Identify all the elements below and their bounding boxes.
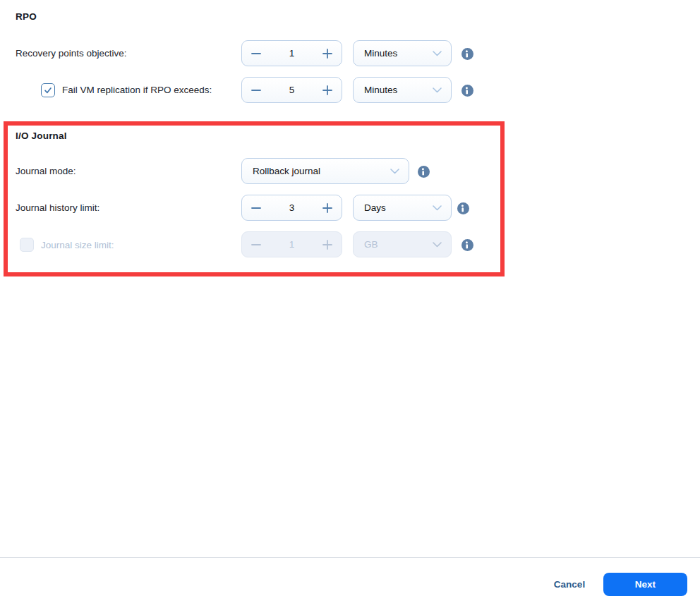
chevron-down-icon [433,205,442,211]
chevron-down-icon [433,51,442,56]
decrement-button[interactable] [242,41,270,66]
plus-icon [322,202,333,214]
journal-size-value: 1 [270,239,313,250]
increment-button[interactable] [313,195,342,220]
journal-history-stepper: 3 [241,195,342,221]
minus-icon [251,239,262,250]
journal-mode-value: Rollback journal [253,166,320,176]
plus-icon [322,48,333,59]
minus-icon [251,85,262,96]
io-journal-section-title: I/O Journal [16,130,67,141]
fail-rpo-value[interactable]: 5 [270,85,313,95]
minus-icon [251,202,262,214]
journal-history-unit-dropdown[interactable]: Days [353,195,452,221]
footer-divider [0,557,700,558]
decrement-button[interactable] [242,78,270,102]
fail-rpo-unit-dropdown[interactable]: Minutes [353,77,452,103]
journal-mode-label: Journal mode: [16,164,76,178]
next-button[interactable]: Next [603,573,687,596]
recovery-points-value[interactable]: 1 [270,48,313,59]
cancel-button[interactable]: Cancel [548,578,591,591]
chevron-down-icon [390,169,399,174]
checkmark-icon [43,85,53,95]
info-icon[interactable] [418,166,430,178]
journal-size-unit-value: GB [364,239,378,250]
fail-rpo-checkbox[interactable] [41,83,55,97]
journal-size-checkbox [20,238,34,252]
recovery-points-unit-value: Minutes [364,48,397,59]
recovery-points-objective-label: Recovery points objective: [16,47,127,61]
journal-size-stepper: 1 [241,231,342,257]
recovery-points-unit-dropdown[interactable]: Minutes [353,40,452,66]
fail-rpo-label[interactable]: Fail VM replication if RPO exceeds: [62,83,212,97]
plus-icon [322,239,333,250]
journal-history-value[interactable]: 3 [270,202,313,213]
increment-button [313,232,342,257]
info-icon[interactable] [461,85,473,97]
journal-size-limit-label: Journal size limit: [41,238,114,253]
journal-mode-dropdown[interactable]: Rollback journal [241,158,409,184]
minus-icon [251,48,262,59]
journal-history-unit-value: Days [364,202,386,213]
increment-button[interactable] [313,41,342,66]
rpo-section-title: RPO [16,11,37,22]
decrement-button[interactable] [242,195,270,220]
info-icon[interactable] [457,202,469,214]
chevron-down-icon [433,87,442,93]
vm-replication-settings-page: RPO Recovery points objective: 1 Minutes… [0,0,700,608]
decrement-button [242,232,270,257]
chevron-down-icon [433,242,442,248]
plus-icon [322,85,333,96]
info-icon[interactable] [461,239,473,251]
recovery-points-stepper: 1 [241,40,342,66]
journal-size-unit-dropdown: GB [353,231,452,257]
fail-rpo-stepper: 5 [241,77,342,103]
journal-history-limit-label: Journal history limit: [16,201,99,215]
info-icon[interactable] [461,48,473,60]
fail-rpo-unit-value: Minutes [364,85,397,95]
increment-button[interactable] [313,78,342,102]
